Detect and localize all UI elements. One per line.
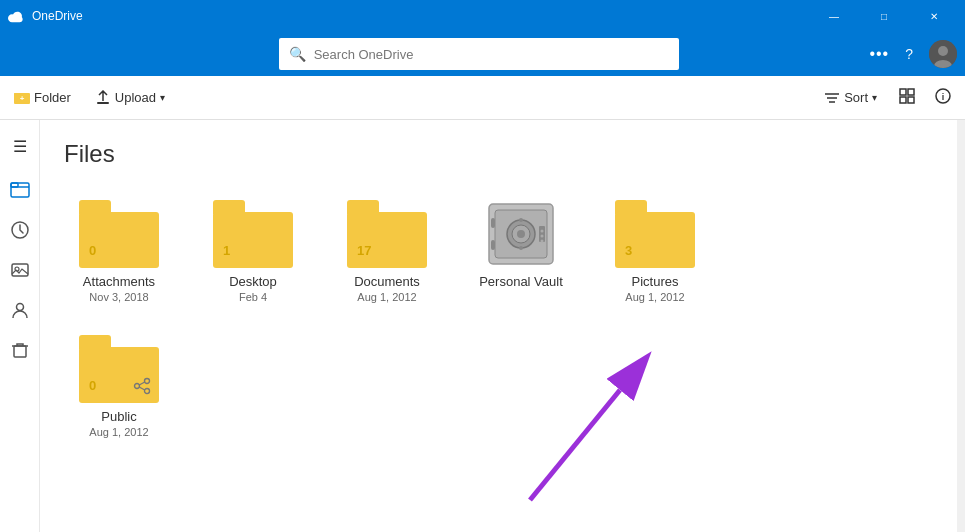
folder-thumbnail: 0 — [79, 335, 159, 403]
minimize-button[interactable]: — — [811, 0, 857, 32]
svg-rect-23 — [491, 240, 495, 250]
close-button[interactable]: ✕ — [911, 0, 957, 32]
svg-point-31 — [541, 235, 544, 238]
photos-icon — [11, 261, 29, 279]
folder-count: 17 — [357, 243, 371, 258]
file-date: Aug 1, 2012 — [357, 291, 416, 303]
info-icon: i — [935, 88, 951, 104]
file-name: Pictures — [632, 274, 679, 289]
sort-icon — [824, 90, 840, 106]
info-button[interactable]: i — [929, 84, 957, 112]
grid-view-button[interactable] — [893, 84, 921, 112]
folder-button-label: Folder — [34, 90, 71, 105]
folder-thumbnail: 17 — [347, 200, 427, 268]
file-date: Feb 4 — [239, 291, 267, 303]
toolbar: + Folder Upload ▾ Sort ▾ — [0, 76, 965, 120]
svg-point-33 — [145, 379, 150, 384]
upload-chevron-icon[interactable]: ▾ — [160, 92, 165, 103]
grid-icon — [899, 88, 915, 104]
svg-point-32 — [541, 240, 544, 243]
svg-rect-22 — [491, 218, 495, 228]
toolbar-left: + Folder Upload ▾ — [4, 84, 175, 112]
svg-point-27 — [519, 218, 523, 222]
sort-button[interactable]: Sort ▾ — [816, 86, 885, 110]
list-item[interactable]: Personal Vault — [466, 192, 576, 311]
app-title: OneDrive — [32, 9, 83, 23]
sidebar-item-recent[interactable] — [2, 212, 38, 248]
vault-thumbnail — [481, 200, 561, 268]
folder-thumbnail: 3 — [615, 200, 695, 268]
list-item[interactable]: 17 Documents Aug 1, 2012 — [332, 192, 442, 311]
title-bar-controls: — □ ✕ — [811, 0, 957, 32]
svg-text:i: i — [942, 92, 945, 102]
search-box[interactable]: 🔍 — [279, 38, 679, 70]
folder-body: 1 — [213, 212, 293, 268]
svg-rect-10 — [908, 97, 914, 103]
file-name: Personal Vault — [479, 274, 563, 289]
search-bar: 🔍 ••• ? — [0, 32, 965, 76]
title-bar-left: OneDrive — [8, 8, 83, 24]
files-grid-row2: 0 Publi — [64, 327, 933, 446]
svg-line-36 — [139, 382, 145, 385]
svg-point-35 — [145, 389, 150, 394]
svg-point-34 — [135, 384, 140, 389]
content-wrapper: Files 0 Attachments Nov 3, 2018 — [40, 120, 957, 532]
svg-rect-6 — [97, 102, 109, 104]
list-item[interactable]: 3 Pictures Aug 1, 2012 — [600, 192, 710, 311]
svg-rect-7 — [900, 89, 906, 95]
sidebar: ☰ — [0, 120, 40, 532]
vault-icon — [483, 200, 559, 268]
folder-count: 3 — [625, 243, 632, 258]
recent-icon — [11, 221, 29, 239]
more-options-button[interactable]: ••• — [869, 45, 889, 63]
list-item[interactable]: 1 Desktop Feb 4 — [198, 192, 308, 311]
svg-rect-14 — [11, 183, 18, 187]
folder-count: 0 — [89, 243, 96, 258]
svg-point-28 — [519, 246, 523, 250]
title-bar: OneDrive — □ ✕ — [0, 0, 965, 32]
file-name: Desktop — [229, 274, 277, 289]
list-item[interactable]: 0 Publi — [64, 327, 174, 446]
upload-button-label: Upload — [115, 90, 156, 105]
file-date: Aug 1, 2012 — [625, 291, 684, 303]
folder-count: 1 — [223, 243, 230, 258]
share-badge-icon — [133, 377, 153, 397]
svg-rect-8 — [908, 89, 914, 95]
sidebar-menu-button[interactable]: ☰ — [2, 128, 38, 164]
folder-thumbnail: 0 — [79, 200, 159, 268]
sidebar-item-recycle[interactable] — [2, 332, 38, 368]
scrollbar-track[interactable] — [957, 120, 965, 532]
upload-button[interactable]: Upload ▾ — [85, 84, 175, 112]
content-area: Files 0 Attachments Nov 3, 2018 — [40, 120, 957, 466]
file-name: Attachments — [83, 274, 155, 289]
svg-text:+: + — [20, 94, 25, 103]
sort-chevron-icon: ▾ — [872, 92, 877, 103]
svg-point-18 — [16, 304, 23, 311]
sidebar-item-shared[interactable] — [2, 292, 38, 328]
search-bar-right: ••• ? — [869, 40, 957, 68]
sidebar-item-files[interactable] — [2, 172, 38, 208]
onedrive-logo-icon — [8, 8, 24, 24]
new-folder-button[interactable]: + Folder — [4, 84, 81, 112]
help-button[interactable]: ? — [905, 46, 913, 62]
folder-body: 0 — [79, 347, 159, 403]
sidebar-item-photos[interactable] — [2, 252, 38, 288]
maximize-button[interactable]: □ — [861, 0, 907, 32]
list-item[interactable]: 0 Attachments Nov 3, 2018 — [64, 192, 174, 311]
files-icon — [10, 180, 30, 200]
search-icon: 🔍 — [289, 46, 306, 62]
page-title: Files — [64, 140, 933, 168]
svg-rect-13 — [11, 183, 29, 197]
svg-point-1 — [938, 46, 948, 56]
folder-icon: + — [14, 90, 30, 106]
folder-body: 3 — [615, 212, 695, 268]
folder-thumbnail: 1 — [213, 200, 293, 268]
sort-button-label: Sort — [844, 90, 868, 105]
search-input[interactable] — [314, 47, 669, 62]
toolbar-right: Sort ▾ i — [816, 84, 957, 112]
file-name: Public — [101, 409, 136, 424]
folder-count: 0 — [89, 378, 96, 393]
file-date: Nov 3, 2018 — [89, 291, 148, 303]
user-avatar[interactable] — [929, 40, 957, 68]
svg-point-26 — [517, 230, 525, 238]
